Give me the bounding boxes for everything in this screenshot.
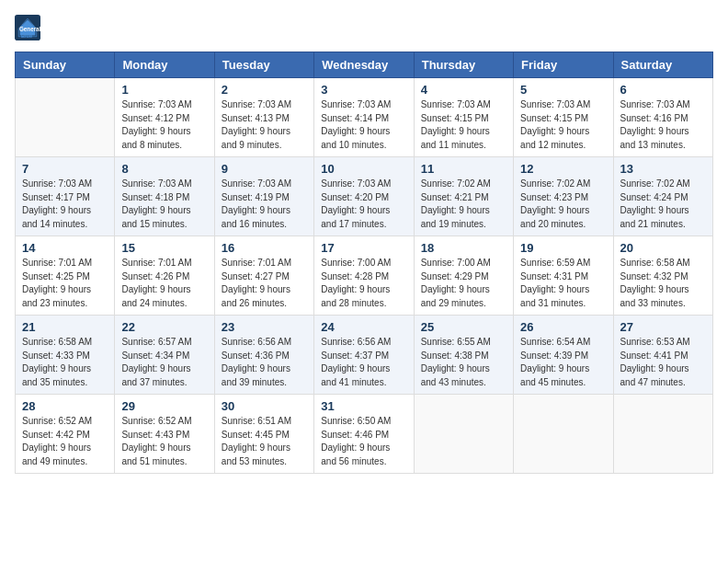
svg-text:Blue: Blue [21,33,32,39]
calendar-cell: 7Sunrise: 7:03 AMSunset: 4:17 PMDaylight… [16,157,115,236]
cell-info: Sunrise: 6:50 AMSunset: 4:46 PMDaylight:… [321,415,406,468]
cell-info: Sunrise: 6:54 AMSunset: 4:39 PMDaylight:… [520,336,606,389]
calendar-cell: 19Sunrise: 6:59 AMSunset: 4:31 PMDayligh… [514,236,613,316]
calendar-cell: 22Sunrise: 6:57 AMSunset: 4:34 PMDayligh… [115,316,214,395]
day-number: 18 [421,241,506,255]
cell-info: Sunrise: 7:03 AMSunset: 4:12 PMDaylight:… [121,98,207,152]
svg-text:General: General [19,26,40,32]
day-number: 3 [321,83,406,97]
header-saturday: Saturday [613,52,712,78]
day-number: 5 [520,83,606,97]
page-header: General Blue [15,15,713,40]
cell-info: Sunrise: 6:58 AMSunset: 4:32 PMDaylight:… [620,257,706,310]
cell-info: Sunrise: 7:03 AMSunset: 4:14 PMDaylight:… [321,98,406,152]
day-number: 28 [22,399,108,413]
week-row-3: 14Sunrise: 7:01 AMSunset: 4:25 PMDayligh… [16,236,713,316]
logo-icon: General Blue [15,15,40,40]
day-number: 19 [520,241,606,255]
day-number: 21 [22,320,108,334]
calendar-cell: 31Sunrise: 6:50 AMSunset: 4:46 PMDayligh… [314,395,414,474]
cell-info: Sunrise: 7:03 AMSunset: 4:13 PMDaylight:… [222,98,307,152]
calendar-cell: 25Sunrise: 6:55 AMSunset: 4:38 PMDayligh… [414,316,513,395]
calendar-cell: 16Sunrise: 7:01 AMSunset: 4:27 PMDayligh… [214,236,313,316]
cell-info: Sunrise: 7:02 AMSunset: 4:23 PMDaylight:… [520,178,606,231]
cell-info: Sunrise: 7:03 AMSunset: 4:16 PMDaylight:… [620,98,706,152]
day-number: 20 [620,241,706,255]
day-number: 10 [321,162,406,176]
cell-info: Sunrise: 7:03 AMSunset: 4:18 PMDaylight:… [121,178,207,231]
calendar-cell: 15Sunrise: 7:01 AMSunset: 4:26 PMDayligh… [115,236,214,316]
header-sunday: Sunday [16,52,115,78]
day-number: 16 [222,241,307,255]
calendar-cell: 11Sunrise: 7:02 AMSunset: 4:21 PMDayligh… [414,157,513,236]
week-row-4: 21Sunrise: 6:58 AMSunset: 4:33 PMDayligh… [16,316,713,395]
day-number: 7 [22,162,108,176]
calendar-header-row: SundayMondayTuesdayWednesdayThursdayFrid… [16,52,713,78]
calendar-cell: 23Sunrise: 6:56 AMSunset: 4:36 PMDayligh… [214,316,313,395]
day-number: 14 [22,241,108,255]
calendar-cell: 24Sunrise: 6:56 AMSunset: 4:37 PMDayligh… [314,316,414,395]
cell-info: Sunrise: 7:01 AMSunset: 4:25 PMDaylight:… [22,257,108,310]
header-wednesday: Wednesday [314,52,414,78]
day-number: 8 [121,162,207,176]
calendar-cell: 9Sunrise: 7:03 AMSunset: 4:19 PMDaylight… [214,157,313,236]
calendar-cell: 5Sunrise: 7:03 AMSunset: 4:15 PMDaylight… [514,78,613,157]
day-number: 2 [222,83,307,97]
day-number: 24 [321,320,406,334]
day-number: 13 [620,162,706,176]
cell-info: Sunrise: 7:01 AMSunset: 4:26 PMDaylight:… [121,257,207,310]
day-number: 31 [321,399,406,413]
calendar-cell: 14Sunrise: 7:01 AMSunset: 4:25 PMDayligh… [16,236,115,316]
day-number: 4 [421,83,506,97]
calendar-cell [16,78,115,157]
cell-info: Sunrise: 6:52 AMSunset: 4:42 PMDaylight:… [22,415,108,468]
calendar-cell: 4Sunrise: 7:03 AMSunset: 4:15 PMDaylight… [414,78,513,157]
header-thursday: Thursday [414,52,513,78]
cell-info: Sunrise: 7:02 AMSunset: 4:24 PMDaylight:… [620,178,706,231]
day-number: 23 [222,320,307,334]
cell-info: Sunrise: 6:56 AMSunset: 4:36 PMDaylight:… [222,336,307,389]
calendar-cell [514,395,613,474]
week-row-2: 7Sunrise: 7:03 AMSunset: 4:17 PMDaylight… [16,157,713,236]
cell-info: Sunrise: 6:58 AMSunset: 4:33 PMDaylight:… [22,336,108,389]
cell-info: Sunrise: 7:00 AMSunset: 4:29 PMDaylight:… [421,257,506,310]
day-number: 25 [421,320,506,334]
cell-info: Sunrise: 6:57 AMSunset: 4:34 PMDaylight:… [121,336,207,389]
cell-info: Sunrise: 7:03 AMSunset: 4:19 PMDaylight:… [222,178,307,231]
cell-info: Sunrise: 6:56 AMSunset: 4:37 PMDaylight:… [321,336,406,389]
calendar-cell: 21Sunrise: 6:58 AMSunset: 4:33 PMDayligh… [16,316,115,395]
week-row-1: 1Sunrise: 7:03 AMSunset: 4:12 PMDaylight… [16,78,713,157]
calendar-cell: 10Sunrise: 7:03 AMSunset: 4:20 PMDayligh… [314,157,414,236]
cell-info: Sunrise: 6:59 AMSunset: 4:31 PMDaylight:… [520,257,606,310]
cell-info: Sunrise: 7:00 AMSunset: 4:28 PMDaylight:… [321,257,406,310]
calendar-cell: 6Sunrise: 7:03 AMSunset: 4:16 PMDaylight… [613,78,712,157]
cell-info: Sunrise: 6:53 AMSunset: 4:41 PMDaylight:… [620,336,706,389]
day-number: 29 [121,399,207,413]
day-number: 26 [520,320,606,334]
calendar-table: SundayMondayTuesdayWednesdayThursdayFrid… [15,52,713,474]
header-monday: Monday [115,52,214,78]
calendar-cell: 3Sunrise: 7:03 AMSunset: 4:14 PMDaylight… [314,78,414,157]
day-number: 30 [222,399,307,413]
calendar-cell [613,395,712,474]
calendar-cell: 27Sunrise: 6:53 AMSunset: 4:41 PMDayligh… [613,316,712,395]
calendar-cell: 20Sunrise: 6:58 AMSunset: 4:32 PMDayligh… [613,236,712,316]
cell-info: Sunrise: 7:03 AMSunset: 4:15 PMDaylight:… [520,98,606,152]
calendar-cell: 18Sunrise: 7:00 AMSunset: 4:29 PMDayligh… [414,236,513,316]
day-number: 6 [620,83,706,97]
week-row-5: 28Sunrise: 6:52 AMSunset: 4:42 PMDayligh… [16,395,713,474]
cell-info: Sunrise: 6:51 AMSunset: 4:45 PMDaylight:… [222,415,307,468]
cell-info: Sunrise: 7:03 AMSunset: 4:20 PMDaylight:… [321,178,406,231]
day-number: 11 [421,162,506,176]
logo: General Blue [15,15,44,40]
header-tuesday: Tuesday [214,52,313,78]
calendar-cell: 26Sunrise: 6:54 AMSunset: 4:39 PMDayligh… [514,316,613,395]
calendar-cell: 29Sunrise: 6:52 AMSunset: 4:43 PMDayligh… [115,395,214,474]
cell-info: Sunrise: 6:52 AMSunset: 4:43 PMDaylight:… [121,415,207,468]
calendar-cell: 8Sunrise: 7:03 AMSunset: 4:18 PMDaylight… [115,157,214,236]
day-number: 9 [222,162,307,176]
cell-info: Sunrise: 7:01 AMSunset: 4:27 PMDaylight:… [222,257,307,310]
day-number: 27 [620,320,706,334]
day-number: 1 [121,83,207,97]
day-number: 22 [121,320,207,334]
